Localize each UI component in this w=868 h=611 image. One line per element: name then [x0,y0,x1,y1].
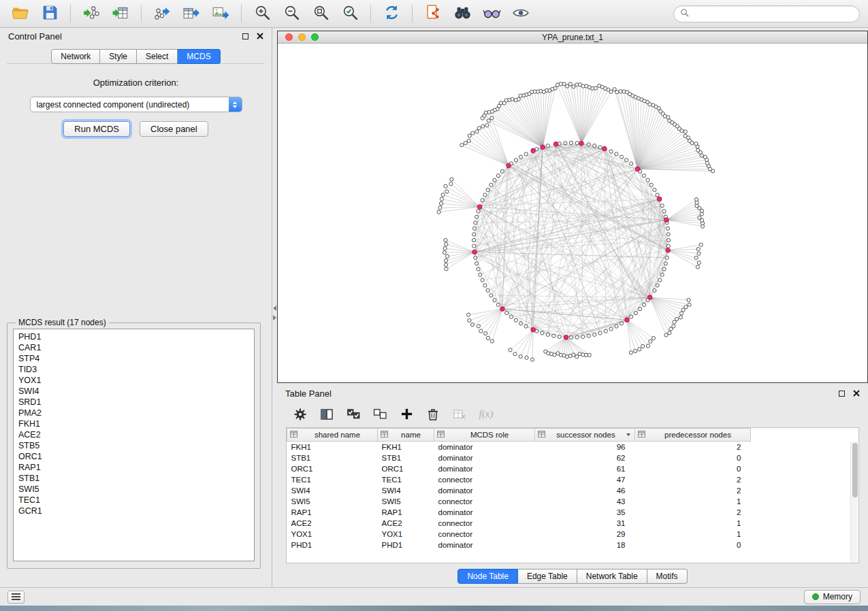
cell-shared-name[interactable]: STB1 [287,452,378,463]
cell-successor-nodes[interactable]: 61 [535,463,635,474]
cell-shared-name[interactable]: ORC1 [287,463,378,474]
tab-node-table[interactable]: Node Table [457,569,518,584]
tab-motifs[interactable]: Motifs [647,569,688,584]
cell-name[interactable]: STB1 [378,452,434,463]
save-session-button[interactable] [37,3,62,24]
table-row[interactable]: ACE2ACE2connector311 [287,518,751,529]
cell-mcds-role[interactable]: connector [434,474,535,485]
mcds-result-item[interactable]: GCR1 [14,506,254,516]
table-row[interactable]: TEC1TEC1connector472 [287,474,751,485]
cell-mcds-role[interactable]: dominator [434,540,535,550]
delete-row-button[interactable] [425,407,440,422]
cell-mcds-role[interactable]: dominator [434,485,535,496]
close-window-icon[interactable] [285,33,293,41]
cell-mcds-role[interactable]: dominator [434,442,535,452]
zoom-fit-button[interactable] [308,3,333,24]
cell-predecessor-nodes[interactable]: 1 [635,518,751,529]
cell-predecessor-nodes[interactable]: 0 [635,540,751,550]
table-settings-button[interactable] [293,407,308,422]
table-row[interactable]: FKH1FKH1dominator962 [287,442,751,452]
close-panel-button[interactable]: Close panel [140,121,208,137]
mcds-result-item[interactable]: YOX1 [14,375,254,386]
column-header-predecessor-nodes[interactable]: predecessor nodes [635,429,751,442]
table-scrollbar[interactable] [850,442,858,562]
mcds-result-item[interactable]: STB1 [14,473,254,484]
zoom-selected-button[interactable] [338,3,362,24]
cell-shared-name[interactable]: SWI4 [287,485,378,496]
cell-name[interactable]: FKH1 [378,442,434,452]
cell-predecessor-nodes[interactable]: 2 [635,442,751,452]
cell-successor-nodes[interactable]: 47 [535,474,635,485]
cell-name[interactable]: PHD1 [378,540,434,550]
table-row[interactable]: STB1STB1dominator620 [287,452,751,463]
cell-predecessor-nodes[interactable]: 2 [635,474,751,485]
search-box[interactable] [673,5,860,22]
cell-successor-nodes[interactable]: 29 [535,529,635,540]
add-row-button[interactable] [399,407,414,422]
network-view[interactable] [278,44,867,382]
mcds-result-item[interactable]: ORC1 [14,451,254,462]
mcds-result-item[interactable]: TID3 [14,364,254,375]
tab-network[interactable]: Network [51,49,100,64]
close-panel-icon[interactable] [257,31,263,42]
mcds-result-item[interactable]: SWI4 [14,386,254,397]
open-session-button[interactable] [8,3,33,24]
float-panel-icon[interactable] [839,391,845,397]
table-row[interactable]: RAP1RAP1dominator352 [287,507,751,518]
cell-predecessor-nodes[interactable]: 1 [635,496,751,507]
cell-shared-name[interactable]: RAP1 [287,507,378,518]
column-header-name[interactable]: name [378,429,434,442]
expand-right-icon[interactable] [273,315,276,320]
cell-mcds-role[interactable]: connector [434,496,535,507]
cell-shared-name[interactable]: SWI5 [287,496,378,507]
import-table-button[interactable] [108,3,133,24]
table-row[interactable]: SWI5SWI5connector431 [287,496,751,507]
cell-shared-name[interactable]: ACE2 [287,518,378,529]
export-network-button[interactable] [150,3,174,24]
mcds-result-item[interactable]: PHD1 [14,331,254,342]
column-header-successor-nodes[interactable]: successor nodes [535,429,635,442]
cell-predecessor-nodes[interactable]: 1 [635,529,751,540]
cell-shared-name[interactable]: TEC1 [287,474,378,485]
cell-successor-nodes[interactable]: 35 [535,507,635,518]
show-hide-button[interactable] [509,3,533,24]
tab-mcds[interactable]: MCDS [178,49,220,64]
table-row[interactable]: YOX1YOX1connector291 [287,529,751,540]
cell-name[interactable]: SWI4 [378,485,434,496]
mcds-result-item[interactable]: RAP1 [14,462,254,473]
cell-successor-nodes[interactable]: 18 [535,540,635,550]
memory-button[interactable]: Memory [804,590,861,604]
select-all-button[interactable] [346,407,361,422]
optimization-criterion-select[interactable]: largest connected component (undirected) [30,97,242,112]
tab-style[interactable]: Style [100,49,137,64]
import-network-button[interactable] [79,3,103,24]
network-window-titlebar[interactable]: YPA_prune.txt_1 [278,31,867,44]
show-columns-button[interactable] [319,407,334,422]
scrollbar-thumb[interactable] [852,443,858,497]
mcds-result-item[interactable]: SWI5 [14,484,254,495]
cell-predecessor-nodes[interactable]: 0 [635,452,751,463]
table-row[interactable]: SWI4SWI4dominator462 [287,485,751,496]
sort-descending-icon[interactable] [626,433,630,436]
cell-successor-nodes[interactable]: 31 [535,518,635,529]
cell-predecessor-nodes[interactable]: 0 [635,463,751,474]
close-panel-icon[interactable] [853,389,860,399]
export-image-button[interactable] [208,3,233,24]
cell-name[interactable]: TEC1 [378,474,434,485]
cell-successor-nodes[interactable]: 43 [535,496,635,507]
zoom-out-button[interactable] [279,3,304,24]
mcds-result-item[interactable]: ACE2 [14,429,254,440]
cell-mcds-role[interactable]: dominator [434,507,535,518]
collapse-left-icon[interactable] [273,306,276,311]
cell-shared-name[interactable]: PHD1 [287,540,378,550]
float-panel-icon[interactable] [242,33,248,39]
apply-layout-button[interactable] [379,3,404,24]
tab-select[interactable]: Select [137,49,178,64]
mcds-result-item[interactable]: CAR1 [14,342,254,353]
mcds-result-list[interactable]: PHD1CAR1STP4TID3YOX1SWI4SRD1PMA2FKH1ACE2… [13,329,255,561]
cell-successor-nodes[interactable]: 62 [535,452,635,463]
cell-successor-nodes[interactable]: 46 [535,485,635,496]
table-row[interactable]: PHD1PHD1dominator180 [287,540,751,550]
cell-predecessor-nodes[interactable]: 2 [635,485,751,496]
cell-mcds-role[interactable]: dominator [434,463,535,474]
